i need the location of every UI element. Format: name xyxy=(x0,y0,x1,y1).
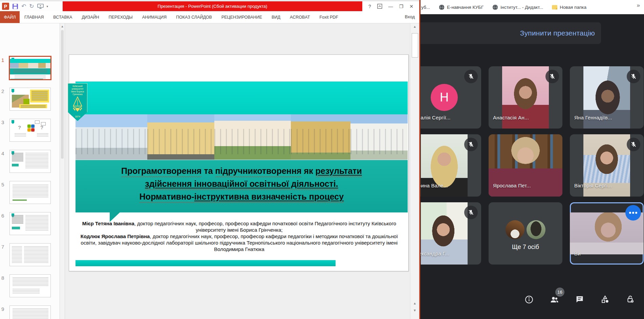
powerpoint-app-icon: P xyxy=(2,3,9,10)
participant-name: Наталія Сергії... xyxy=(421,115,451,120)
campus-photos-strip xyxy=(76,114,408,160)
campus-photo xyxy=(350,114,408,160)
slide-bottom-bar xyxy=(76,260,336,266)
tab-slideshow[interactable]: ПОКАЗ СЛАЙДОВ xyxy=(171,11,217,23)
slide-thumbnail[interactable] xyxy=(9,274,51,297)
participant-name: Ярослава Пет... xyxy=(493,183,531,188)
start-slideshow-button[interactable] xyxy=(37,4,44,9)
participant-tile[interactable]: Ярослава Пет... xyxy=(489,134,562,197)
close-button[interactable]: ✕ xyxy=(409,4,413,9)
window-title: Презентация - PowerPoint (Сбой активации… xyxy=(158,4,267,9)
more-options-button[interactable] xyxy=(625,205,641,221)
bookmark-label: інститут... - Дидакт... xyxy=(500,5,543,10)
host-controls-button[interactable] xyxy=(623,292,638,307)
ribbon-display-options-button[interactable] xyxy=(377,4,382,9)
bookmark-item[interactable]: уб... xyxy=(421,5,433,10)
redo-button[interactable]: ↻ xyxy=(29,3,34,9)
participant-tile[interactable]: Н Наталія Сергії... xyxy=(421,66,481,129)
scroll-up-button[interactable]: ▲ xyxy=(410,25,419,28)
participant-name: Анастасія Ан... xyxy=(493,115,529,120)
slide-page[interactable]: Київський університет імені Бориса Грінч… xyxy=(69,54,409,271)
undo-button[interactable]: ↶ xyxy=(21,3,26,9)
sign-in-link[interactable]: Вход xyxy=(405,14,415,19)
slide-thumbnail[interactable]: ? ? xyxy=(9,119,51,142)
tab-home[interactable]: ГЛАВНАЯ xyxy=(20,11,48,23)
logo-emblem xyxy=(71,96,84,115)
stop-presenting-button[interactable]: Зупинити презентацію xyxy=(520,29,595,37)
save-button[interactable] xyxy=(12,3,18,9)
logo-year: 1874 xyxy=(75,115,80,118)
powerpoint-window: P ↶ ↻ ▾ Презентация - PowerPoint (Сбой а… xyxy=(0,0,420,319)
avatar xyxy=(527,220,545,239)
meet-toolbar: 16 xyxy=(521,292,638,307)
tab-file[interactable]: ФАЙЛ xyxy=(0,11,20,23)
browser-window: уб... Е-навчання КУБГ інститут... - Дида… xyxy=(421,0,644,319)
bookmark-item[interactable]: Новая папка xyxy=(549,5,590,10)
slide-thumbnail[interactable] xyxy=(9,305,51,319)
slide-body-text[interactable]: Мієр Тетяна Іванівна, доктор педагогічни… xyxy=(79,220,399,252)
slide-thumbnail[interactable] xyxy=(9,150,51,173)
tab-foxit-pdf[interactable]: Foxit PDF xyxy=(315,11,343,23)
help-button[interactable]: ? xyxy=(368,4,371,9)
bookmarks-overflow-chevron[interactable]: » xyxy=(637,2,640,9)
maximize-button[interactable]: ❐ xyxy=(399,4,404,9)
avatar xyxy=(506,220,524,239)
bookmark-item[interactable]: Е-навчання КУБГ xyxy=(435,4,487,10)
presenting-banner: Зупинити презентацію xyxy=(421,22,601,44)
tab-design[interactable]: ДИЗАЙН xyxy=(77,11,104,23)
mic-off-icon xyxy=(464,206,478,219)
participant-name: Ви xyxy=(574,251,581,256)
tab-view[interactable]: ВИД xyxy=(267,11,285,23)
slide-thumbnail[interactable] xyxy=(9,56,51,80)
slide-thumbnail[interactable] xyxy=(9,88,51,111)
slide-number: 2 xyxy=(1,88,8,94)
tab-insert[interactable]: ВСТАВКА xyxy=(48,11,77,23)
tab-acrobat[interactable]: ACROBAT xyxy=(285,11,315,23)
slide-number: 5 xyxy=(1,182,8,187)
scrollbar-thumb[interactable] xyxy=(412,33,418,58)
info-icon xyxy=(524,295,534,304)
slide-scrollbar[interactable]: ▲ ▲ ▼ xyxy=(410,23,419,319)
logo-line2: імені Бориса Грінченка xyxy=(68,90,87,96)
participant-tile[interactable]: Олександра Г... xyxy=(421,202,481,265)
tab-review[interactable]: РЕЦЕНЗИРОВАНИЕ xyxy=(217,11,267,23)
window-controls: ? — ❐ ✕ xyxy=(362,1,420,11)
next-slide-button[interactable]: ▼ xyxy=(410,309,419,312)
thumbnail-scrollbar[interactable]: ▲ xyxy=(60,23,65,319)
campus-photo xyxy=(147,114,214,160)
slide-number: 4 xyxy=(1,151,8,156)
slide-thumbnail[interactable] xyxy=(9,181,51,204)
meeting-details-button[interactable] xyxy=(521,292,536,307)
slide-title[interactable]: Програмотворення та підручникотворення я… xyxy=(76,160,408,212)
quick-access-toolbar: P ↶ ↻ ▾ xyxy=(0,1,63,11)
title-bar[interactable]: Презентация - PowerPoint (Сбой активации… xyxy=(63,1,362,11)
participant-tile[interactable]: Анастасія Ан... xyxy=(489,66,562,129)
chat-icon xyxy=(575,295,584,304)
ribbon-tabs: ФАЙЛ ГЛАВНАЯ ВСТАВКА ДИЗАЙН ПЕРЕХОДЫ АНИ… xyxy=(0,11,420,23)
self-tile[interactable]: Ви xyxy=(570,202,644,265)
participant-name: Вікторія Сергі... xyxy=(574,183,612,188)
activities-button[interactable] xyxy=(598,292,613,307)
slide-thumbnail[interactable] xyxy=(9,243,51,266)
previous-slide-button[interactable]: ▲ xyxy=(410,301,419,305)
globe-icon xyxy=(439,4,445,10)
bookmark-item[interactable]: інститут... - Дидакт... xyxy=(489,4,546,10)
tab-animations[interactable]: АНИМАЦИЯ xyxy=(137,11,171,23)
participant-tile[interactable]: Дарина Вале... xyxy=(421,134,481,197)
mic-off-icon xyxy=(545,70,559,83)
customize-qat-button[interactable]: ▾ xyxy=(47,5,48,8)
overflow-participants-tile[interactable]: Ще 7 осіб xyxy=(489,202,562,265)
participant-tile[interactable]: Вікторія Сергі... xyxy=(570,134,644,197)
slide-thumbnail[interactable] xyxy=(9,212,51,235)
slide-number: 3 xyxy=(1,119,8,125)
slide-number: 9 xyxy=(1,306,8,312)
campus-photo xyxy=(291,114,350,160)
tab-transitions[interactable]: ПЕРЕХОДЫ xyxy=(104,11,137,23)
minimize-button[interactable]: — xyxy=(388,4,393,9)
slide-number: 6 xyxy=(1,213,8,219)
slide-number: 7 xyxy=(1,244,8,250)
chat-button[interactable] xyxy=(572,292,587,307)
participant-tile[interactable]: Яна Геннадіїв... xyxy=(570,66,644,129)
mic-off-icon xyxy=(627,138,640,151)
participants-button[interactable]: 16 xyxy=(547,292,562,307)
